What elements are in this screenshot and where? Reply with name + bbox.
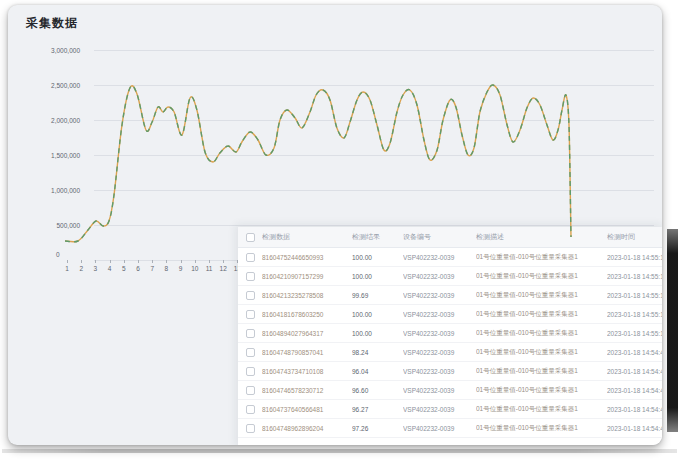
cell-description: 01号位重量值-010号位重量采集器1 [476, 310, 607, 319]
cell-description: 01号位重量值-010号位重量采集器1 [476, 272, 607, 281]
screenshot-dark-edge-artifact [667, 229, 678, 432]
x-axis-tick-label: 5 [117, 265, 131, 272]
cell-device-number: VSP402232-0039 [403, 330, 476, 337]
x-axis-tick-label: 4 [103, 265, 117, 272]
x-axis-tick-mark [67, 260, 68, 263]
cell-result: 100.00 [352, 330, 403, 337]
table-header-row: 检测数据 检测结果 设备编号 检测描述 检测时间 [238, 227, 662, 248]
x-axis-tick-label: 10 [188, 265, 202, 272]
table-row: 8160474896289620497.26VSP402232-003901号位… [238, 419, 662, 438]
cell-device-number: VSP402232-0039 [403, 273, 476, 280]
cell-time: 2023-01-18 14:55:15 [607, 330, 662, 337]
x-axis-tick-label: 8 [159, 265, 173, 272]
select-all-checkbox[interactable] [246, 233, 255, 242]
table-row: 81604752446650993100.00VSP402232-003901号… [238, 248, 662, 267]
cell-description: 01号位重量值-010号位重量采集器1 [476, 424, 607, 433]
table-row: 8160421323527850899.69VSP402232-003901号位… [238, 286, 662, 305]
table-row: 8160474657823071296.60VSP402232-003901号位… [238, 381, 662, 400]
screenshot-stage: 采集数据 0500,0001,000,0001,500,0002,000,000… [0, 0, 679, 459]
cell-detect-id: 81604748790857041 [262, 349, 352, 356]
row-checkbox[interactable] [246, 386, 255, 395]
cell-time: 2023-01-18 14:55:15 [607, 311, 662, 318]
cell-device-number: VSP402232-0039 [403, 349, 476, 356]
cell-result: 100.00 [352, 254, 403, 261]
app-window: 采集数据 0500,0001,000,0001,500,0002,000,000… [8, 5, 662, 445]
cell-result: 96.60 [352, 387, 403, 394]
table-row: 81604210907157299100.00VSP402232-003901号… [238, 267, 662, 286]
row-checkbox[interactable] [246, 272, 255, 281]
screenshot-shadow-band-artifact [2, 449, 677, 453]
cell-device-number: VSP402232-0039 [403, 368, 476, 375]
cell-device-number: VSP402232-0039 [403, 311, 476, 318]
cell-time: 2023-01-18 14:55:15 [607, 254, 662, 261]
cell-result: 99.69 [352, 292, 403, 299]
cell-detect-id: 81604737640566481 [262, 406, 352, 413]
row-checkbox[interactable] [246, 348, 255, 357]
cell-detect-id: 81604746578230712 [262, 387, 352, 394]
cell-detect-id: 81604210907157299 [262, 273, 352, 280]
cell-description: 01号位重量值-010号位重量采集器1 [476, 405, 607, 414]
data-table-card: 检测数据 检测结果 设备编号 检测描述 检测时间 816047524466509… [238, 227, 662, 445]
cell-time: 2023-01-18 14:54:40 [607, 349, 662, 356]
cell-time: 2023-01-18 14:55:15 [607, 273, 662, 280]
cell-description: 01号位重量值-010号位重量采集器1 [476, 253, 607, 262]
column-header-time: 检测时间 [607, 232, 662, 242]
x-axis-tick-label: 1 [60, 265, 74, 272]
cell-time: 2023-01-18 14:55:15 [607, 292, 662, 299]
cell-description: 01号位重量值-010号位重量采集器1 [476, 348, 607, 357]
cell-result: 100.00 [352, 311, 403, 318]
table-row: 8160474879085704198.24VSP402232-003901号位… [238, 343, 662, 362]
row-checkbox[interactable] [246, 291, 255, 300]
cell-description: 01号位重量值-010号位重量采集器1 [476, 291, 607, 300]
cell-time: 2023-01-18 14:54:40 [607, 406, 662, 413]
cell-description: 01号位重量值-010号位重量采集器1 [476, 367, 607, 376]
row-checkbox[interactable] [246, 253, 255, 262]
y-axis-tick-label: 0 [56, 251, 60, 258]
cell-time: 2023-01-18 14:54:40 [607, 425, 662, 432]
row-checkbox[interactable] [246, 329, 255, 338]
cell-device-number: VSP402232-0039 [403, 292, 476, 299]
cell-result: 96.27 [352, 406, 403, 413]
cell-time: 2023-01-18 14:54:40 [607, 387, 662, 394]
cell-result: 98.24 [352, 349, 403, 356]
cell-detect-id: 81604894027964317 [262, 330, 352, 337]
column-header-desc: 检测描述 [476, 232, 607, 242]
x-axis-tick-label: 9 [174, 265, 188, 272]
x-axis-tick-label: 7 [145, 265, 159, 272]
column-header-result: 检测结果 [352, 232, 403, 242]
table-row: 81604894027964317100.00VSP402232-003901号… [238, 324, 662, 343]
cell-result: 100.00 [352, 273, 403, 280]
column-header-id: 检测数据 [262, 232, 352, 242]
table-row: 81604181678603250100.00VSP402232-003901号… [238, 305, 662, 324]
cell-device-number: VSP402232-0039 [403, 387, 476, 394]
cell-device-number: VSP402232-0039 [403, 406, 476, 413]
cell-description: 01号位重量值-010号位重量采集器1 [476, 329, 607, 338]
row-checkbox[interactable] [246, 424, 255, 433]
cell-detect-id: 81604752446650993 [262, 254, 352, 261]
row-checkbox[interactable] [246, 405, 255, 414]
cell-description: 01号位重量值-010号位重量采集器1 [476, 386, 607, 395]
cell-device-number: VSP402232-0039 [403, 254, 476, 261]
cell-detect-id: 81604748962896204 [262, 425, 352, 432]
cell-result: 96.04 [352, 368, 403, 375]
x-axis-tick-label: 2 [74, 265, 88, 272]
page-title: 采集数据 [26, 15, 78, 32]
row-checkbox[interactable] [246, 367, 255, 376]
x-axis-tick-label: 11 [202, 265, 216, 272]
x-axis-tick-label: 12 [216, 265, 230, 272]
cell-result: 97.26 [352, 425, 403, 432]
x-axis-tick-label: 6 [131, 265, 145, 272]
row-checkbox[interactable] [246, 310, 255, 319]
cell-time: 2023-01-18 14:54:40 [607, 368, 662, 375]
cell-detect-id: 81604743734710108 [262, 368, 352, 375]
table-row: 8160473764056648196.27VSP402232-003901号位… [238, 400, 662, 419]
table-body: 81604752446650993100.00VSP402232-003901号… [238, 248, 662, 438]
x-axis-tick-label: 3 [88, 265, 102, 272]
cell-detect-id: 81604213235278508 [262, 292, 352, 299]
table-row: 8160474373471010896.04VSP402232-003901号位… [238, 362, 662, 381]
cell-detect-id: 81604181678603250 [262, 311, 352, 318]
column-header-device: 设备编号 [403, 232, 476, 242]
cell-device-number: VSP402232-0039 [403, 425, 476, 432]
